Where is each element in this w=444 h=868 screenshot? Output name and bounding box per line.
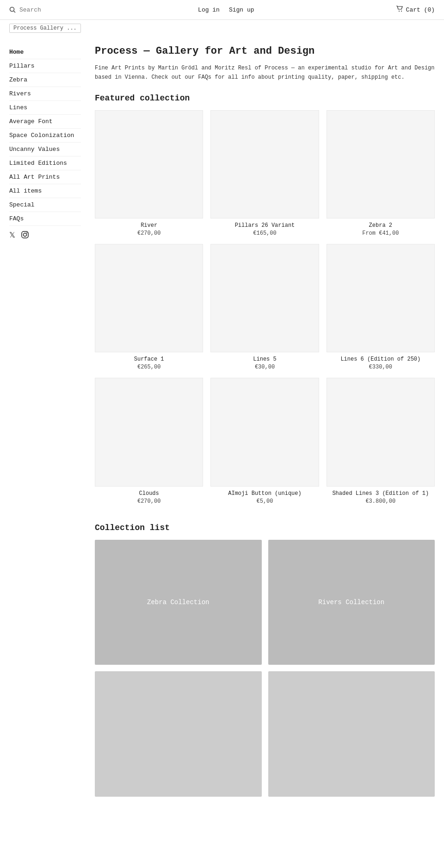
product-price: €270,00 bbox=[95, 230, 203, 237]
sidebar-item-space-colonization[interactable]: Space Colonization bbox=[9, 129, 81, 143]
product-card[interactable]: Lines 5 €30,00 bbox=[210, 244, 319, 370]
login-link[interactable]: Log in bbox=[198, 6, 220, 13]
sidebar-social: 𝕏 bbox=[9, 226, 81, 241]
collection-label: Zebra Collection bbox=[147, 599, 209, 606]
svg-point-5 bbox=[24, 233, 27, 237]
product-name: Clouds bbox=[95, 490, 203, 497]
sidebar-item-all-art-prints[interactable]: All Art Prints bbox=[9, 170, 81, 184]
product-name: Lines 6 (Edition of 250) bbox=[327, 356, 435, 362]
product-price: €3.800,00 bbox=[327, 498, 435, 505]
product-image bbox=[210, 378, 319, 486]
svg-point-6 bbox=[26, 232, 27, 233]
sidebar: HomePillarsZebraRiversLinesAverage FontS… bbox=[9, 45, 81, 797]
twitter-icon[interactable]: 𝕏 bbox=[9, 231, 15, 241]
collection-grid: Zebra CollectionRivers Collection bbox=[95, 540, 435, 797]
sidebar-item-home[interactable]: Home bbox=[9, 45, 81, 59]
svg-line-1 bbox=[14, 11, 16, 13]
product-price: €330,00 bbox=[327, 364, 435, 370]
product-image bbox=[210, 244, 319, 352]
sidebar-item-limited-editions[interactable]: Limited Editions bbox=[9, 156, 81, 170]
search-icon bbox=[9, 6, 16, 13]
product-name: Surface 1 bbox=[95, 356, 203, 362]
collection-card[interactable] bbox=[268, 671, 435, 796]
product-image bbox=[95, 378, 203, 486]
product-image bbox=[210, 110, 319, 219]
sidebar-item-faqs[interactable]: FAQs bbox=[9, 212, 81, 226]
sidebar-item-average-font[interactable]: Average Font bbox=[9, 115, 81, 129]
sidebar-item-uncanny-values[interactable]: Uncanny Values bbox=[9, 143, 81, 156]
product-card[interactable]: Clouds €270,00 bbox=[95, 378, 203, 504]
product-price: €265,00 bbox=[95, 364, 203, 370]
instagram-icon[interactable] bbox=[21, 231, 29, 241]
sidebar-nav: HomePillarsZebraRiversLinesAverage FontS… bbox=[9, 45, 81, 226]
svg-rect-4 bbox=[22, 231, 28, 238]
breadcrumb-label[interactable]: Process Gallery ... bbox=[9, 24, 81, 33]
product-image bbox=[327, 378, 435, 486]
product-grid: River €270,00 Pillars 26 Variant €165,00… bbox=[95, 110, 435, 505]
product-name: Lines 5 bbox=[210, 356, 319, 362]
product-card[interactable]: Zebra 2 From €41,00 bbox=[327, 110, 435, 237]
sidebar-item-zebra[interactable]: Zebra bbox=[9, 73, 81, 87]
product-card[interactable]: AImoji Button (unique) €5,00 bbox=[210, 378, 319, 504]
collection-label: Rivers Collection bbox=[318, 599, 384, 606]
product-image bbox=[327, 110, 435, 219]
svg-point-2 bbox=[399, 11, 400, 12]
svg-point-0 bbox=[10, 7, 14, 12]
svg-point-3 bbox=[401, 11, 402, 12]
signup-link[interactable]: Sign up bbox=[229, 6, 254, 13]
product-price: €270,00 bbox=[95, 498, 203, 505]
product-image bbox=[95, 244, 203, 352]
product-name: Shaded Lines 3 (Edition of 1) bbox=[327, 490, 435, 497]
sidebar-item-rivers[interactable]: Rivers bbox=[9, 87, 81, 101]
sidebar-item-pillars[interactable]: Pillars bbox=[9, 59, 81, 73]
cart-area[interactable]: Cart (0) bbox=[396, 6, 435, 14]
product-price: €30,00 bbox=[210, 364, 319, 370]
main-layout: HomePillarsZebraRiversLinesAverage FontS… bbox=[0, 36, 444, 815]
sidebar-item-special[interactable]: Special bbox=[9, 198, 81, 212]
product-card[interactable]: Lines 6 (Edition of 250) €330,00 bbox=[327, 244, 435, 370]
header-nav: Log in Sign up bbox=[198, 6, 254, 13]
page-description: Fine Art Prints by Martin Grödl and Mori… bbox=[95, 63, 435, 82]
product-image bbox=[95, 110, 203, 219]
cart-icon bbox=[396, 6, 403, 14]
cart-label: Cart (0) bbox=[406, 6, 435, 13]
product-card[interactable]: River €270,00 bbox=[95, 110, 203, 237]
product-name: River bbox=[95, 222, 203, 229]
collection-card[interactable]: Zebra Collection bbox=[95, 540, 262, 665]
sidebar-item-all-items[interactable]: All items bbox=[9, 184, 81, 198]
product-price: €165,00 bbox=[210, 230, 319, 237]
product-card[interactable]: Pillars 26 Variant €165,00 bbox=[210, 110, 319, 237]
product-card[interactable]: Shaded Lines 3 (Edition of 1) €3.800,00 bbox=[327, 378, 435, 504]
breadcrumb: Process Gallery ... bbox=[0, 20, 444, 36]
product-name: Pillars 26 Variant bbox=[210, 222, 319, 229]
page-title: Process — Gallery for Art and Design bbox=[95, 45, 435, 57]
product-name: AImoji Button (unique) bbox=[210, 490, 319, 497]
featured-collection-title: Featured collection bbox=[95, 94, 435, 103]
sidebar-item-lines[interactable]: Lines bbox=[9, 101, 81, 115]
product-price: €5,00 bbox=[210, 498, 319, 505]
collection-list-title: Collection list bbox=[95, 523, 435, 532]
search-input[interactable] bbox=[19, 6, 56, 13]
main-content: Process — Gallery for Art and Design Fin… bbox=[95, 45, 435, 797]
product-image bbox=[327, 244, 435, 352]
product-card[interactable]: Surface 1 €265,00 bbox=[95, 244, 203, 370]
collection-card[interactable]: Rivers Collection bbox=[268, 540, 435, 665]
header-search-area bbox=[9, 6, 56, 13]
collection-card[interactable] bbox=[95, 671, 262, 796]
product-price: From €41,00 bbox=[327, 230, 435, 237]
product-name: Zebra 2 bbox=[327, 222, 435, 229]
site-header: Log in Sign up Cart (0) bbox=[0, 0, 444, 20]
